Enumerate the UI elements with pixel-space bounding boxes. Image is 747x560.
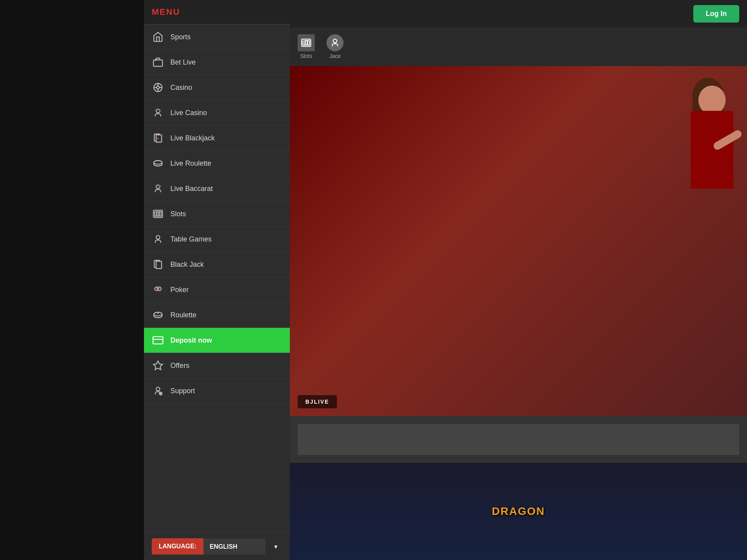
menu-title: MENU — [152, 7, 180, 17]
hero-area: BJLIVE — [290, 66, 747, 416]
menu-label-live-casino: Live Casino — [170, 109, 207, 117]
login-button[interactable]: Log In — [693, 5, 739, 23]
dealer-head — [698, 86, 726, 115]
slots-icon — [152, 208, 164, 220]
live-blackjack-icon — [152, 132, 164, 144]
left-dark-area — [0, 0, 144, 560]
offers-icon — [152, 359, 164, 372]
menu-label-slots: Slots — [170, 210, 186, 218]
nav-icon-slots[interactable]: Slots — [298, 34, 315, 59]
menu-label-deposit-now: Deposit now — [170, 336, 212, 345]
bottom-game-area: DRAGON — [290, 463, 747, 560]
menu-label-live-roulette: Live Roulette — [170, 159, 211, 168]
jace-nav-icon — [326, 34, 344, 51]
svg-point-39 — [156, 387, 160, 391]
svg-rect-21 — [157, 212, 159, 216]
menu-item-live-roulette[interactable]: Live Roulette — [144, 151, 290, 176]
menu-label-bet-live: Bet Live — [170, 58, 196, 66]
menu-item-live-casino[interactable]: Live Casino — [144, 100, 290, 126]
home-icon — [152, 31, 164, 43]
menu-item-bet-live[interactable]: Bet Live — [144, 50, 290, 75]
svg-point-14 — [154, 161, 162, 164]
svg-point-3 — [157, 86, 160, 89]
svg-rect-46 — [308, 40, 310, 45]
menu-label-offers: Offers — [170, 362, 189, 370]
language-label: Language: — [152, 538, 203, 555]
svg-point-48 — [333, 39, 337, 43]
svg-point-24 — [156, 236, 160, 239]
live-banner: BJLIVE — [298, 395, 337, 408]
svg-rect-47 — [303, 40, 304, 42]
nav-icons-row: Slots Jace — [290, 27, 747, 66]
nav-icon-jace[interactable]: Jace — [326, 34, 344, 59]
svg-rect-23 — [155, 211, 156, 213]
svg-rect-0 — [153, 60, 162, 66]
right-content-area: Log In Slots Jace — [290, 0, 747, 560]
dragon-game-label: DRAGON — [492, 505, 545, 518]
menu-label-live-baccarat: Live Baccarat — [170, 185, 213, 193]
menu-label-poker: Poker — [170, 286, 189, 294]
menu-item-sports[interactable]: Sports — [144, 24, 290, 50]
language-dropdown[interactable]: ENGLISH SPANISH FRENCH GERMAN PORTUGUESE — [203, 539, 265, 555]
dealer-body — [691, 111, 733, 189]
svg-marker-38 — [153, 361, 162, 369]
black-jack-icon — [152, 258, 164, 271]
table-games-icon — [152, 233, 164, 245]
menu-item-support[interactable]: Support — [144, 378, 290, 404]
svg-point-12 — [157, 138, 159, 140]
svg-point-9 — [160, 110, 161, 112]
menu-panel: MENU Sports Bet Live — [144, 0, 290, 560]
menu-items-list: Sports Bet Live — [144, 24, 290, 532]
dealer-figure — [669, 66, 747, 416]
svg-point-30 — [159, 288, 160, 290]
menu-item-slots[interactable]: Slots — [144, 201, 290, 227]
svg-point-8 — [156, 109, 160, 113]
roulette-icon — [152, 309, 164, 321]
language-bar: Language: ENGLISH SPANISH FRENCH GERMAN … — [144, 532, 290, 560]
menu-label-black-jack: Black Jack — [170, 261, 204, 269]
menu-label-sports: Sports — [170, 33, 191, 41]
menu-item-poker[interactable]: Poker — [144, 277, 290, 303]
menu-item-offers[interactable]: Offers — [144, 353, 290, 378]
svg-point-18 — [160, 185, 161, 187]
svg-point-29 — [156, 288, 158, 290]
svg-rect-11 — [156, 135, 161, 142]
menu-label-roulette: Roulette — [170, 311, 196, 319]
menu-label-live-blackjack: Live Blackjack — [170, 134, 215, 142]
menu-header: MENU — [144, 0, 290, 24]
banner-placeholder — [298, 424, 739, 455]
bottom-banner — [290, 416, 747, 463]
menu-item-live-baccarat[interactable]: Live Baccarat — [144, 176, 290, 201]
support-icon — [152, 385, 164, 397]
casino-icon — [152, 81, 164, 94]
svg-rect-26 — [156, 261, 161, 269]
menu-label-table-games: Table Games — [170, 235, 212, 243]
live-banner-text: BJLIVE — [305, 399, 329, 405]
live-casino-icon — [152, 107, 164, 119]
menu-item-live-blackjack[interactable]: Live Blackjack — [144, 126, 290, 151]
live-roulette-icon — [152, 157, 164, 170]
menu-item-deposit-now[interactable]: Deposit now — [144, 328, 290, 353]
svg-rect-22 — [160, 212, 161, 216]
language-selector[interactable]: ENGLISH SPANISH FRENCH GERMAN PORTUGUESE — [203, 539, 282, 555]
bet-live-icon — [152, 56, 164, 68]
menu-item-casino[interactable]: Casino — [144, 75, 290, 100]
poker-icon — [152, 284, 164, 296]
slots-nav-icon — [298, 34, 315, 51]
top-bar: Log In — [290, 0, 747, 27]
menu-item-table-games[interactable]: Table Games — [144, 227, 290, 252]
menu-item-black-jack[interactable]: Black Jack — [144, 252, 290, 277]
jace-nav-label: Jace — [329, 53, 341, 59]
svg-rect-45 — [305, 40, 307, 45]
svg-point-1 — [155, 60, 156, 60]
menu-label-casino: Casino — [170, 84, 192, 92]
live-baccarat-icon — [152, 182, 164, 195]
svg-point-17 — [156, 185, 160, 189]
menu-label-support: Support — [170, 387, 195, 395]
slots-nav-label: Slots — [300, 53, 312, 59]
svg-rect-36 — [153, 337, 163, 344]
deposit-icon — [152, 334, 164, 346]
menu-item-roulette[interactable]: Roulette — [144, 303, 290, 328]
